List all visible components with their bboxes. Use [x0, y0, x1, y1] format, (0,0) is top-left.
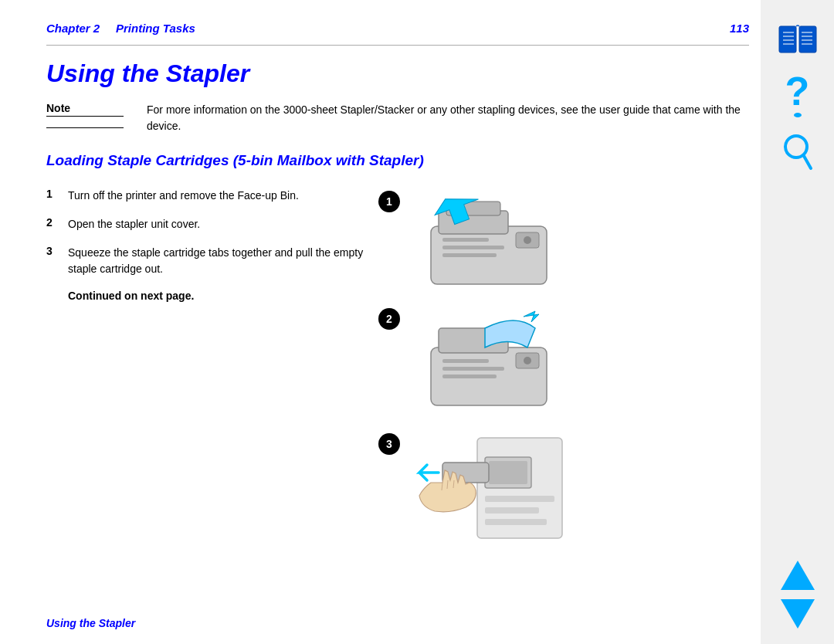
circle-3: 3: [378, 433, 400, 455]
question-mark: ?: [785, 71, 810, 111]
svg-line-12: [804, 156, 811, 168]
svg-point-11: [785, 136, 807, 158]
note-label-col: Note: [46, 102, 147, 128]
circle-1: 1: [378, 191, 400, 212]
note-label: Note: [46, 102, 139, 114]
svg-rect-37: [485, 519, 547, 525]
arrow-up-icon[interactable]: [781, 561, 815, 590]
magnifier-icon[interactable]: [782, 133, 813, 171]
svg-rect-1: [799, 26, 816, 53]
svg-rect-35: [485, 496, 554, 502]
steps-area: 1 Turn off the printer and remove the Fa…: [46, 188, 749, 547]
illustrations: 1: [378, 188, 749, 547]
svg-point-20: [524, 236, 531, 244]
step-1-desc: Turn off the printer and remove the Face…: [68, 188, 299, 204]
header-left: Chapter 2 Printing Tasks: [46, 22, 195, 36]
chapter-label: Chapter 2 Printing Tasks: [46, 22, 195, 35]
page-header: Chapter 2 Printing Tasks 113: [46, 0, 749, 43]
sidebar-nav: [781, 561, 815, 629]
header-divider: [46, 45, 749, 46]
circle-2: 2: [378, 308, 400, 330]
page-title: Using the Stapler: [46, 59, 749, 88]
steps-text: 1 Turn off the printer and remove the Fa…: [46, 188, 371, 547]
chapter-number: Chapter 2: [46, 22, 100, 35]
svg-rect-30: [489, 461, 527, 484]
step-3-number: 3: [46, 245, 68, 257]
note-text: For more information on the 3000-sheet S…: [147, 102, 749, 134]
svg-rect-23: [442, 359, 489, 363]
step-2: 2 Open the stapler unit cover.: [46, 216, 371, 232]
note-section: Note For more information on the 3000-sh…: [46, 102, 749, 134]
svg-rect-17: [442, 246, 504, 249]
svg-rect-24: [442, 367, 504, 371]
header-right: 113: [730, 22, 749, 36]
illus-1: 1: [378, 188, 562, 288]
step-2-desc: Open the stapler unit cover.: [68, 216, 200, 232]
svg-rect-0: [779, 26, 796, 53]
svg-rect-16: [442, 238, 489, 242]
continued-text: Continued on next page.: [68, 290, 371, 302]
footer: Using the Stapler: [46, 616, 135, 630]
step-2-number: 2: [46, 216, 68, 229]
footer-text: Using the Stapler: [46, 617, 135, 629]
step-1: 1 Turn off the printer and remove the Fa…: [46, 188, 371, 204]
printer-illus-2: [408, 305, 562, 413]
step-3-desc: Squeeze the staple cartridge tabs togeth…: [68, 245, 371, 277]
page-number: 113: [730, 22, 749, 35]
illus-3: 3: [378, 430, 570, 542]
chapter-section: Printing Tasks: [116, 22, 195, 35]
printer-illus-1: [408, 188, 562, 288]
svg-rect-25: [442, 375, 497, 378]
svg-rect-36: [485, 507, 539, 514]
svg-rect-18: [442, 253, 497, 257]
page-content: Chapter 2 Printing Tasks 113 Using the S…: [46, 0, 749, 644]
question-icon[interactable]: ?: [783, 71, 812, 117]
note-underline-bottom: [46, 127, 124, 128]
step-3: 3 Squeeze the staple cartridge tabs toge…: [46, 245, 371, 277]
svg-point-27: [524, 357, 531, 364]
printer-illus-3: [408, 430, 570, 542]
right-sidebar: ?: [761, 0, 834, 644]
note-underline-top: [46, 116, 124, 117]
book-icon[interactable]: [778, 23, 818, 56]
question-dot: [794, 113, 802, 117]
step-1-number: 1: [46, 188, 68, 200]
sidebar-icons: ?: [778, 23, 818, 171]
arrow-down-icon[interactable]: [781, 599, 815, 629]
illus-2: 2: [378, 305, 562, 413]
sub-heading: Loading Staple Cartridges (5-bin Mailbox…: [46, 151, 749, 171]
